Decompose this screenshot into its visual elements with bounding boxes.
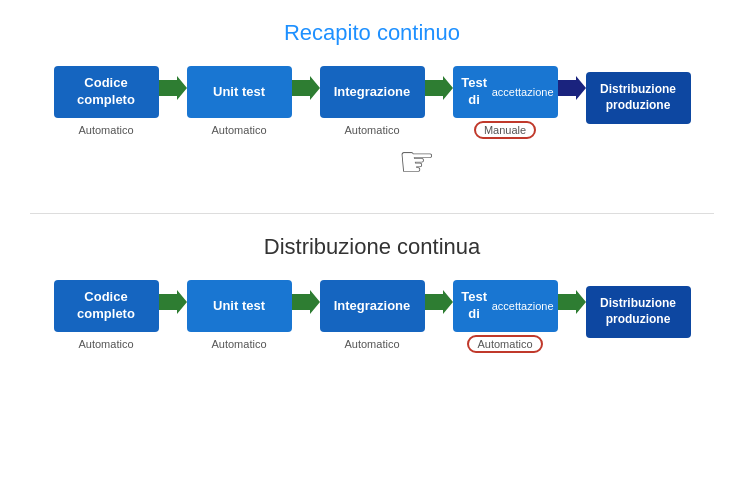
step-3-wrapper: Integrazione Automatico <box>320 66 425 136</box>
page: Recapito continuo Codice completo Automa… <box>0 0 744 400</box>
step-5-box: Distribuzioneproduzione <box>586 72 691 124</box>
s2-step-4-label: Automatico <box>467 338 542 350</box>
svg-marker-6 <box>425 290 453 314</box>
section-distribuzione: Distribuzione continua Codice completo A… <box>10 234 734 350</box>
s2-step-4-wrapper: Test diaccettazione Automatico <box>453 280 558 350</box>
s2-step-1-wrapper: Codice completo Automatico <box>54 280 159 350</box>
svg-marker-2 <box>425 76 453 100</box>
step-4-wrapper: Test diaccettazione Manuale <box>453 66 558 136</box>
step-2-label: Automatico <box>211 124 266 136</box>
pipeline-1: Codice completo Automatico Unit test Aut… <box>10 66 734 136</box>
s2-step-3-wrapper: Integrazione Automatico <box>320 280 425 350</box>
step-4-circled-label: Manuale <box>474 121 536 139</box>
svg-marker-0 <box>159 76 187 100</box>
step-1-box: Codice completo <box>54 66 159 118</box>
step-3-label: Automatico <box>344 124 399 136</box>
s2-step-1-box: Codice completo <box>54 280 159 332</box>
s2-step-1-label: Automatico <box>78 338 133 350</box>
step-3-box: Integrazione <box>320 66 425 118</box>
step-1-wrapper: Codice completo Automatico <box>54 66 159 136</box>
s2-step-5-wrapper: Distribuzioneproduzione <box>586 286 691 344</box>
s2-step-4-box: Test diaccettazione <box>453 280 558 332</box>
hand-icon-1: ☞ <box>398 141 436 183</box>
step-4-label: Manuale <box>474 124 536 136</box>
s2-step-2-wrapper: Unit test Automatico <box>187 280 292 350</box>
section2-title: Distribuzione continua <box>10 234 734 260</box>
svg-marker-3 <box>558 76 586 100</box>
step-2-box: Unit test <box>187 66 292 118</box>
svg-marker-5 <box>292 290 320 314</box>
divider <box>30 213 714 214</box>
section1-title: Recapito continuo <box>10 20 734 46</box>
s2-step-3-label: Automatico <box>344 338 399 350</box>
step-4-box: Test diaccettazione <box>453 66 558 118</box>
s2-step-3-box: Integrazione <box>320 280 425 332</box>
svg-marker-7 <box>558 290 586 314</box>
step-5-wrapper: Distribuzioneproduzione <box>586 72 691 130</box>
step-1-label: Automatico <box>78 124 133 136</box>
section-recapito: Recapito continuo Codice completo Automa… <box>10 20 734 183</box>
s2-step-2-label: Automatico <box>211 338 266 350</box>
pipeline-2: Codice completo Automatico Unit test Aut… <box>10 280 734 350</box>
s2-step-4-circled-label: Automatico <box>467 335 542 353</box>
s2-step-5-box: Distribuzioneproduzione <box>586 286 691 338</box>
svg-marker-4 <box>159 290 187 314</box>
s2-step-2-box: Unit test <box>187 280 292 332</box>
svg-marker-1 <box>292 76 320 100</box>
step-2-wrapper: Unit test Automatico <box>187 66 292 136</box>
